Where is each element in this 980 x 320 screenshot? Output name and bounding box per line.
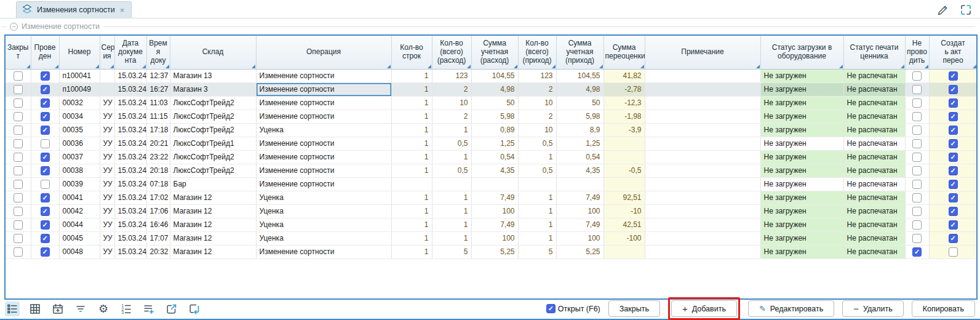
create_act-checkbox[interactable] [949,85,958,94]
posted-checkbox[interactable] [41,166,50,175]
cell-operation[interactable]: Уценка [256,123,391,137]
cell-print_status[interactable]: Не распечатан [843,204,905,218]
cell-no_post[interactable] [905,110,929,123]
closed-checkbox[interactable] [14,139,23,148]
cell-print_status[interactable]: Не распечатан [843,123,905,137]
cell-create_act[interactable] [929,191,977,204]
cell-lines[interactable]: 1 [391,218,432,231]
cell-posted[interactable] [31,231,59,245]
cell-qty_in[interactable]: 2 [518,110,556,123]
cell-operation[interactable]: Уценка [256,231,391,245]
cell-create_act[interactable] [929,204,977,218]
cell-note[interactable] [645,123,760,137]
cell-reval[interactable]: 42,51 [604,218,645,231]
cell-posted[interactable] [31,177,59,191]
cell-posted[interactable] [31,69,59,82]
cell-print_status[interactable]: Не распечатан [843,110,905,123]
cell-number[interactable]: 00048 [59,245,100,258]
cell-create_act[interactable] [929,164,977,177]
cell-qty_in[interactable] [518,177,556,191]
column-header-qty_in[interactable]: Кол-во (всего) (приход) [518,36,556,69]
cell-lines[interactable]: 1 [391,150,432,164]
cell-operation[interactable]: Изменение сортности [256,82,391,96]
cell-sum_in[interactable]: 104,55 [556,69,604,82]
cell-load_status[interactable]: Не загружен [760,177,843,191]
cell-warehouse[interactable]: ЛюксСофтТрейд2 [170,110,256,123]
cell-warehouse[interactable]: Магазин 12 [170,218,256,231]
cell-print_status[interactable]: Не распечатан [843,137,905,150]
cell-posted[interactable] [31,218,59,231]
cell-reval[interactable]: -0,5 [604,164,645,177]
create_act-checkbox[interactable] [949,180,958,189]
cell-load_status[interactable]: Не загружен [760,137,843,150]
no_post-checkbox[interactable] [912,85,922,94]
cell-operation[interactable]: Уценка [256,204,391,218]
cell-warehouse[interactable]: Магазин 3 [170,82,256,96]
closed-checkbox[interactable] [14,71,23,81]
cell-time[interactable]: 12:37 [146,69,170,82]
cell-note[interactable] [645,245,760,258]
filter-icon[interactable] [73,302,88,316]
no_post-checkbox[interactable] [912,71,922,81]
cell-posted[interactable] [31,150,59,164]
cell-no_post[interactable] [905,177,929,191]
cell-create_act[interactable] [929,150,977,164]
cell-reval[interactable]: 41,82 [604,69,645,82]
posted-checkbox[interactable] [41,112,50,121]
closed-checkbox[interactable] [14,166,23,175]
cell-sum_out[interactable]: 100 [471,231,518,245]
cell-date[interactable]: 15.03.24 [114,82,146,96]
cell-posted[interactable] [31,82,59,96]
cell-note[interactable] [645,96,760,110]
cell-no_post[interactable] [905,123,929,137]
cell-load_status[interactable]: Не загружен [760,123,843,137]
cell-number[interactable]: 00042 [59,204,100,218]
cell-reval[interactable]: -3,9 [604,123,645,137]
cell-qty_out[interactable]: 1 [432,218,471,231]
cell-number[interactable]: п100049 [59,82,100,96]
cell-warehouse[interactable]: Магазин 12 [170,191,256,204]
table-row[interactable]: 00035УУ15.03.2417:18ЛюксСофтТрейд2Уценка… [6,123,977,137]
column-header-create_act[interactable]: Создат ь акт перео [929,36,977,69]
no_post-checkbox[interactable] [912,220,922,230]
posted-checkbox[interactable] [41,71,50,81]
cell-note[interactable] [645,218,760,231]
posted-checkbox[interactable] [41,98,50,108]
cell-date[interactable]: 15.03.24 [114,96,146,110]
collapse-group-icon[interactable]: − [10,23,18,31]
cell-date[interactable]: 15.03.24 [114,69,146,82]
cell-qty_in[interactable]: 2 [518,82,556,96]
cell-sum_out[interactable]: 5,25 [471,245,518,258]
cell-create_act[interactable] [929,137,977,150]
column-header-series[interactable]: Сер ия [100,36,114,69]
cell-closed[interactable] [6,177,31,191]
удалить-button[interactable]: −Удалить [842,300,904,317]
column-header-qty_out[interactable]: Кол-во (всего) (расход) [432,36,471,69]
cell-date[interactable]: 15.03.24 [114,231,146,245]
cell-sum_out[interactable]: 104,55 [471,69,518,82]
table-row[interactable]: 00044УУ15.03.2416:46Магазин 12Уценка117,… [6,218,977,231]
table-row[interactable]: 00041УУ15.03.2417:02Магазин 12Уценка117,… [6,191,977,204]
cell-sum_out[interactable]: 0,54 [471,150,518,164]
cell-load_status[interactable]: Не загружен [760,204,843,218]
cell-reval[interactable] [604,177,645,191]
cell-create_act[interactable] [929,96,977,110]
cell-operation[interactable]: Уценка [256,218,391,231]
cell-time[interactable]: 16:46 [146,218,170,231]
cell-date[interactable]: 15.03.24 [114,177,146,191]
cell-qty_in[interactable]: 10 [518,96,556,110]
settings-gear-icon[interactable]: ⚙ [96,302,111,316]
column-header-load_status[interactable]: Статус загрузки в оборудование [760,36,843,69]
cell-sum_in[interactable]: 100 [556,231,604,245]
column-header-closed[interactable]: Закры т [6,36,31,69]
cell-operation[interactable]: Изменение сортности [256,69,391,82]
cell-warehouse[interactable]: Магазин 12 [170,245,256,258]
cell-time[interactable]: 20:32 [146,245,170,258]
cell-date[interactable]: 15.03.24 [114,218,146,231]
cell-lines[interactable]: 1 [391,191,432,204]
cell-qty_in[interactable]: 0,5 [518,164,556,177]
cell-number[interactable]: 00036 [59,137,100,150]
cell-qty_in[interactable]: 0,5 [518,137,556,150]
cell-series[interactable]: УУ [100,218,114,231]
cell-no_post[interactable] [905,150,929,164]
